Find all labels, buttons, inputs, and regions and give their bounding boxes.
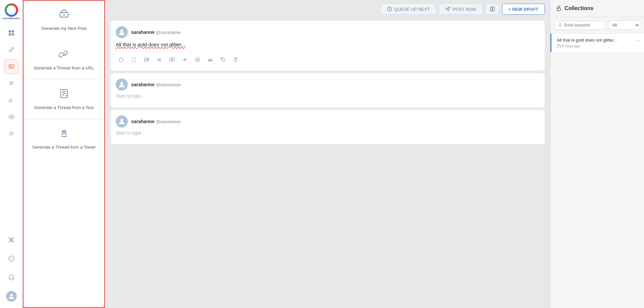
action-retweet-btn[interactable] <box>179 54 190 65</box>
search-input-wrap <box>554 21 605 30</box>
post-user-info-1: saraharew @saraharew <box>131 29 181 35</box>
collections-title: Collections <box>565 5 593 11</box>
nav-grid-btn[interactable] <box>4 25 19 40</box>
emoji-icon <box>195 57 200 62</box>
generate-next-post-item[interactable]: Generate my Next Post <box>23 1 104 40</box>
generate-from-tweet-item[interactable]: Generate a Thread from a Tweet <box>23 119 104 159</box>
action-chart-btn[interactable] <box>205 54 216 65</box>
logo-inner <box>7 5 16 15</box>
collections-filter-select[interactable]: All Drafts Scheduled <box>608 20 640 30</box>
handle-3: @saraharew <box>156 119 181 124</box>
tweet-gen-icon <box>59 128 69 141</box>
user-avatar-btn[interactable] <box>4 289 19 304</box>
gallery-icon <box>169 57 175 62</box>
new-draft-button[interactable]: + NEW DRAFT <box>502 4 545 15</box>
queue-icon <box>387 6 392 12</box>
svg-point-23 <box>222 58 222 59</box>
svg-point-21 <box>197 59 197 60</box>
action-expand-btn[interactable] <box>128 54 139 65</box>
collections-search: All Drafts Scheduled <box>550 17 644 34</box>
post-placeholder-3[interactable]: Start to type... <box>116 130 539 136</box>
eye-icon <box>8 113 15 120</box>
post-header-3: saraharew @saraharew <box>116 115 539 127</box>
info-icon <box>8 255 15 262</box>
collection-item-1[interactable]: All that is gold does not glitter... 8 d… <box>550 34 644 52</box>
edit-icon <box>8 46 15 53</box>
hashtag-icon <box>157 57 162 62</box>
collections-panel: Collections All Drafts Scheduled All tha… <box>550 0 644 308</box>
twitter-icon <box>8 237 14 243</box>
svg-point-6 <box>10 133 12 135</box>
svg-rect-2 <box>9 33 11 36</box>
avatar-3 <box>116 115 128 127</box>
nav-ai-btn[interactable] <box>4 59 19 74</box>
queue-up-next-button[interactable]: QUEUE UP NEXT <box>380 3 436 15</box>
retweet-icon <box>182 57 187 62</box>
nav-info-btn[interactable] <box>4 251 19 266</box>
action-delete-btn[interactable] <box>230 54 241 65</box>
svg-point-25 <box>120 119 123 121</box>
svg-rect-0 <box>9 30 11 33</box>
action-gallery-btn[interactable] <box>167 54 177 65</box>
calendar-icon <box>557 44 561 48</box>
avatar <box>6 291 17 302</box>
nav-bottom <box>4 232 19 305</box>
collections-header: Collections <box>550 0 644 17</box>
post-user-info-3: saraharew @saraharew <box>131 118 181 124</box>
svg-rect-28 <box>557 45 560 48</box>
post-actions-1 <box>116 52 539 65</box>
collection-item-more-btn-1[interactable]: ··· <box>636 38 640 44</box>
collection-item-wrap-1: All that is gold does not glitter... 8 d… <box>550 34 644 52</box>
avatar-2 <box>116 79 128 91</box>
action-tag-btn[interactable] <box>218 54 228 65</box>
nav-edit-btn[interactable] <box>4 42 19 57</box>
post-placeholder-2[interactable]: Start to type... <box>116 93 539 99</box>
nav-bar: circleboomX <box>0 0 23 308</box>
svg-point-5 <box>11 116 12 117</box>
action-image-btn[interactable] <box>141 54 152 65</box>
generate-from-url-item[interactable]: Generate a Thread from a URL <box>23 40 104 80</box>
expand-toolbar-button[interactable] <box>485 3 499 15</box>
svg-rect-26 <box>557 8 560 11</box>
grid-icon <box>8 30 15 36</box>
post-now-button[interactable]: POST NOW <box>439 3 483 15</box>
image-icon <box>144 57 149 62</box>
bell-icon <box>8 274 15 281</box>
username-3: saraharew <box>131 119 154 124</box>
action-emoji-btn[interactable] <box>192 54 203 65</box>
rss-icon <box>8 97 15 103</box>
nav-twitter-btn[interactable] <box>4 233 19 247</box>
action-circle-btn[interactable] <box>116 54 126 65</box>
generate-from-text-item[interactable]: Generate a Thread from a Text <box>23 80 104 119</box>
nav-list-btn[interactable] <box>4 76 19 91</box>
collections-lock-icon <box>556 5 562 11</box>
logo-circle <box>5 3 18 17</box>
post-text-1[interactable]: All that is gold does not glitter... <box>116 41 539 49</box>
nav-rss-btn[interactable] <box>4 93 19 107</box>
list-icon <box>8 80 15 87</box>
svg-rect-13 <box>493 7 494 11</box>
generate-from-url-label: Generate a Thread from a URL <box>34 65 94 71</box>
logo: circleboomX <box>2 3 20 20</box>
svg-point-14 <box>120 30 123 32</box>
svg-point-24 <box>120 82 123 85</box>
settings-icon <box>8 130 15 137</box>
collections-search-input[interactable] <box>564 23 602 28</box>
svg-point-15 <box>119 58 123 62</box>
post-card-2: saraharew @saraharew Start to type... <box>110 73 545 107</box>
handle-2: @saraharew <box>156 82 181 87</box>
svg-rect-19 <box>172 58 174 60</box>
avatar-1 <box>116 26 128 38</box>
post-user-info-2: saraharew @saraharew <box>131 82 181 88</box>
collection-item-date-1: 8 days ago <box>557 44 639 48</box>
post-card-3: saraharew @saraharew Start to type... <box>110 110 545 144</box>
generate-next-post-label: Generate my Next Post <box>41 25 87 32</box>
collection-item-text-1: All that is gold does not glitter... <box>557 38 639 43</box>
svg-point-17 <box>147 59 148 59</box>
svg-rect-18 <box>170 58 172 61</box>
nav-settings-btn[interactable] <box>4 126 19 141</box>
action-tag2-btn[interactable] <box>154 54 165 65</box>
text-doc-icon <box>59 88 69 101</box>
nav-bell-btn[interactable] <box>4 270 19 285</box>
nav-eye-btn[interactable] <box>4 109 19 124</box>
